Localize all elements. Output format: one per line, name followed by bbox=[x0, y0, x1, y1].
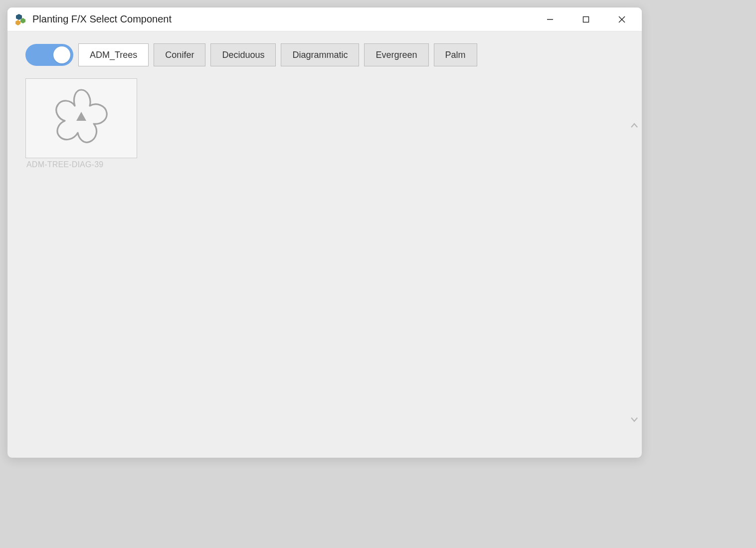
app-icon bbox=[14, 13, 26, 25]
tab-label: Conifer bbox=[165, 50, 194, 60]
svg-marker-2 bbox=[15, 20, 20, 25]
tab-label: Diagrammatic bbox=[292, 50, 348, 60]
view-toggle[interactable] bbox=[25, 44, 73, 66]
tab-evergreen[interactable]: Evergreen bbox=[364, 43, 428, 66]
vertical-scrollbar[interactable] bbox=[627, 117, 642, 428]
tab-deciduous[interactable]: Deciduous bbox=[210, 43, 276, 66]
svg-marker-7 bbox=[76, 112, 86, 121]
dialog-window: Planting F/X Select Component ADM_Trees … bbox=[7, 7, 642, 458]
tab-label: Deciduous bbox=[222, 50, 264, 60]
svg-marker-0 bbox=[16, 14, 22, 20]
tab-label: ADM_Trees bbox=[90, 50, 137, 60]
dialog-body: ADM_Trees Conifer Deciduous Diagrammatic… bbox=[7, 31, 642, 458]
content-area: ADM-TREE-DIAG-39 bbox=[7, 74, 642, 458]
scroll-up-icon[interactable] bbox=[630, 121, 639, 130]
component-item: ADM-TREE-DIAG-39 bbox=[25, 78, 137, 169]
component-label: ADM-TREE-DIAG-39 bbox=[25, 158, 137, 169]
tab-conifer[interactable]: Conifer bbox=[154, 43, 205, 66]
tab-adm-trees[interactable]: ADM_Trees bbox=[78, 43, 149, 66]
toggle-knob bbox=[53, 46, 70, 63]
tab-diagrammatic[interactable]: Diagrammatic bbox=[281, 43, 359, 66]
svg-rect-4 bbox=[583, 17, 589, 22]
tab-palm[interactable]: Palm bbox=[434, 43, 477, 66]
component-thumbnail[interactable] bbox=[25, 78, 137, 158]
tab-label: Evergreen bbox=[376, 50, 417, 60]
close-button[interactable] bbox=[604, 7, 640, 31]
toolbar: ADM_Trees Conifer Deciduous Diagrammatic… bbox=[7, 43, 642, 74]
window-title: Planting F/X Select Component bbox=[32, 13, 532, 25]
minimize-button[interactable] bbox=[532, 7, 568, 31]
tab-label: Palm bbox=[445, 50, 466, 60]
maximize-button[interactable] bbox=[568, 7, 604, 31]
window-controls bbox=[532, 7, 640, 31]
titlebar: Planting F/X Select Component bbox=[7, 7, 642, 31]
flower-diagram-icon bbox=[44, 81, 119, 156]
scroll-down-icon[interactable] bbox=[630, 415, 639, 424]
